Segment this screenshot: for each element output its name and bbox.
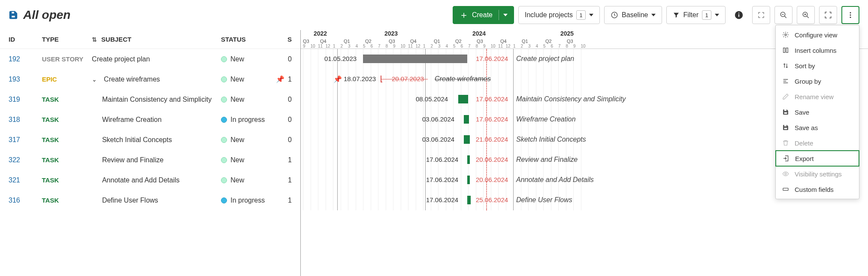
- menu-item-group-by[interactable]: Group by: [776, 73, 859, 89]
- wp-extra: 1: [275, 176, 292, 184]
- wp-subject[interactable]: Maintain Consistency and Simplicity: [92, 96, 221, 103]
- month-label: 8: [476, 44, 478, 49]
- start-date: 03.06.2024: [422, 115, 454, 123]
- view-save-icon[interactable]: [9, 10, 18, 20]
- start-date: 17.06.2024: [426, 196, 458, 203]
- baseline-button[interactable]: Baseline: [604, 6, 662, 24]
- create-button[interactable]: ＋ Create: [453, 6, 514, 24]
- table-row[interactable]: 192USER STORYCreate project planNew0: [0, 49, 300, 69]
- zoom-in-icon[interactable]: [797, 6, 815, 24]
- wp-extra: 0: [275, 136, 292, 144]
- start-date: 08.05.2024: [416, 95, 448, 103]
- wp-subject[interactable]: Annotate and Add Details: [92, 176, 221, 184]
- start-date: 03.06.2024: [422, 136, 454, 143]
- menu-item-save-as[interactable]: Save as: [776, 120, 859, 135]
- wp-status: New: [221, 96, 275, 103]
- col-type-header[interactable]: TYPE: [42, 36, 92, 43]
- wp-subject[interactable]: Sketch Initial Concepts: [92, 136, 221, 144]
- wp-id[interactable]: 322: [9, 156, 42, 164]
- month-label: 4: [536, 44, 538, 49]
- svg-rect-13: [786, 48, 788, 53]
- col-extra-header[interactable]: S: [275, 36, 292, 43]
- wp-status: New: [221, 55, 275, 63]
- quarter-label: Q3: [389, 39, 395, 44]
- zoom-out-icon[interactable]: [774, 6, 792, 24]
- gantt-bar[interactable]: [464, 135, 470, 144]
- svg-point-10: [850, 17, 851, 18]
- caret-down-icon: [503, 14, 508, 16]
- caret-down-icon: [715, 14, 719, 16]
- pin-icon: 📌: [276, 76, 284, 83]
- month-label: 10: [311, 44, 315, 49]
- status-dot: [221, 76, 227, 82]
- more-menu-button[interactable]: [841, 6, 859, 24]
- gantt-bar[interactable]: [458, 95, 468, 103]
- table-row[interactable]: 316TASKDefine User FlowsIn progress1: [0, 190, 300, 210]
- wp-subject[interactable]: ⌄Create wireframes: [92, 76, 221, 83]
- month-label: 9: [393, 44, 396, 49]
- table-row[interactable]: 322TASKReview and FinalizeNew1: [0, 150, 300, 170]
- work-package-table: ID TYPE ⇅ SUBJECT STATUS S 192USER STORY…: [0, 30, 300, 276]
- include-projects-button[interactable]: Include projects 1: [518, 6, 600, 24]
- svg-point-8: [850, 12, 851, 13]
- table-row[interactable]: 318TASKWireframe CreationIn progress0: [0, 109, 300, 130]
- zoom-fit-icon[interactable]: [819, 6, 837, 24]
- wp-subject[interactable]: Create project plan: [92, 55, 221, 63]
- gantt-bar[interactable]: [467, 196, 471, 204]
- wp-name: Sketch Initial Concepts: [516, 136, 586, 143]
- table-row[interactable]: 317TASKSketch Initial ConceptsNew0: [0, 130, 300, 150]
- table-row[interactable]: 193EPIC⌄Create wireframesNew📌1: [0, 69, 300, 89]
- wp-extra: 📌1: [275, 75, 292, 83]
- menu-item-insert-columns[interactable]: Insert columns: [776, 42, 859, 58]
- month-label: 10: [581, 44, 586, 49]
- menu-item-visibility-settings: Visibility settings: [776, 166, 859, 182]
- start-date: 17.06.2024: [426, 156, 458, 163]
- table-row[interactable]: 319TASKMaintain Consistency and Simplici…: [0, 89, 300, 109]
- wp-subject[interactable]: Review and Finalize: [92, 156, 221, 164]
- col-status-header[interactable]: STATUS: [221, 36, 275, 43]
- svg-rect-19: [783, 188, 788, 190]
- menu-item-export[interactable]: Export: [775, 150, 859, 167]
- table-row[interactable]: 321TASKAnnotate and Add DetailsNew1: [0, 170, 300, 190]
- menu-item-delete: Delete: [776, 135, 859, 151]
- wp-subject[interactable]: Wireframe Creation: [92, 116, 221, 124]
- quarter-label: Q3: [303, 39, 309, 44]
- wp-id[interactable]: 318: [9, 116, 42, 124]
- gantt-bar[interactable]: [467, 155, 470, 164]
- collapse-icon[interactable]: ⌄: [92, 76, 97, 83]
- menu-item-configure-view[interactable]: Configure view: [776, 27, 859, 42]
- columns-icon: [782, 47, 789, 54]
- wp-extra: 0: [275, 96, 292, 103]
- menu-item-save[interactable]: Save: [776, 104, 859, 120]
- col-id-header[interactable]: ID: [9, 36, 42, 43]
- gantt-bar[interactable]: [464, 115, 469, 124]
- month-label: 10: [491, 44, 496, 49]
- menu-item-custom-fields[interactable]: Custom fields: [776, 182, 859, 197]
- wp-id[interactable]: 321: [9, 176, 42, 184]
- svg-point-9: [850, 15, 851, 16]
- wp-name: Create wireframes: [435, 75, 491, 83]
- menu-item-sort-by[interactable]: Sort by: [776, 58, 859, 73]
- svg-rect-1: [11, 15, 15, 18]
- month-label: 7: [468, 44, 471, 49]
- end-date: 17.06.2024: [476, 115, 508, 123]
- gantt-bar[interactable]: [363, 55, 467, 63]
- gantt-bar[interactable]: [467, 176, 470, 184]
- save-icon: [782, 124, 789, 131]
- wp-id[interactable]: 316: [9, 197, 42, 204]
- col-subject-header[interactable]: ⇅ SUBJECT: [92, 36, 221, 43]
- fields-icon: [782, 186, 789, 193]
- wp-id[interactable]: 193: [9, 76, 42, 83]
- status-dot: [221, 117, 227, 123]
- fullscreen-enter-icon[interactable]: [752, 6, 770, 24]
- wp-subject[interactable]: Define User Flows: [92, 197, 221, 204]
- quarter-label: Q2: [545, 39, 552, 44]
- wp-id[interactable]: 319: [9, 96, 42, 103]
- wp-type: TASK: [42, 136, 92, 143]
- filter-button[interactable]: Filter 1: [666, 6, 726, 24]
- wp-id[interactable]: 192: [9, 55, 42, 63]
- info-icon[interactable]: [730, 6, 748, 24]
- menu-label: Rename view: [795, 93, 834, 100]
- wp-id[interactable]: 317: [9, 136, 42, 144]
- caret-down-icon: [651, 14, 656, 16]
